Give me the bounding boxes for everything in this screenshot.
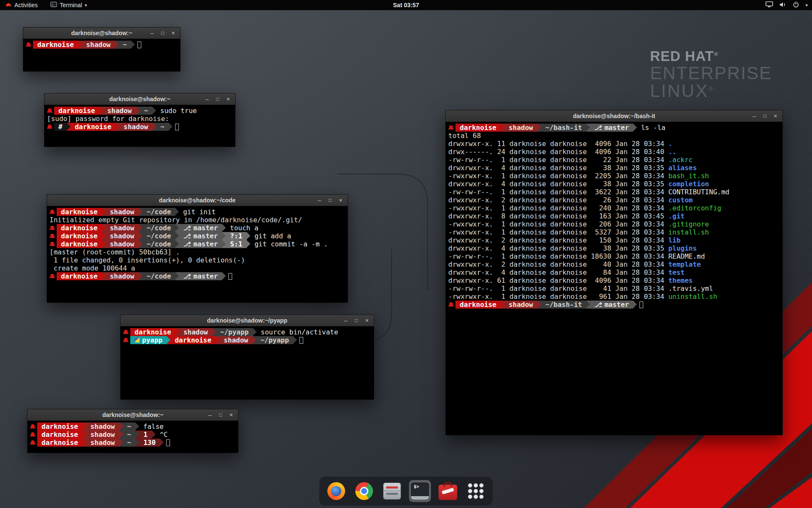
command-text: ls -la	[637, 124, 665, 132]
powerline-arrow-icon	[175, 240, 179, 248]
terminal-content[interactable]: darknoiseshadow~/pyapp source bin/activa…	[121, 326, 374, 400]
display-icon[interactable]	[765, 1, 773, 9]
powerline-arrow-icon	[102, 232, 106, 240]
system-menu-chevron-icon[interactable]: ▾	[805, 3, 808, 8]
minimize-button[interactable]: –	[315, 196, 324, 204]
window-title: darknoise@shadow:~/code	[47, 197, 348, 204]
close-button[interactable]: ×	[363, 317, 371, 325]
file-list-row: drwxrwxr-x. 4 darknoise darknoise 38 Jan…	[448, 164, 780, 172]
terminal-window: darknoise@shadow:~–□×darknoiseshadow~	[23, 27, 181, 71]
window-titlebar[interactable]: darknoise@shadow:~–□×	[27, 409, 238, 421]
maximize-button[interactable]: □	[159, 29, 167, 37]
window-titlebar[interactable]: darknoise@shadow:~/bash-it–□×	[446, 110, 782, 122]
redhat-prompt-icon	[30, 431, 36, 439]
close-button[interactable]: ×	[227, 411, 235, 419]
close-button[interactable]: ×	[337, 196, 345, 204]
powerline-arrow-icon	[102, 208, 106, 216]
powerline-arrow-icon	[212, 328, 216, 336]
git-branch-icon: ⎇	[183, 272, 193, 280]
prompt-segment-user: darknoise	[57, 272, 102, 280]
maximize-button[interactable]: □	[326, 196, 334, 204]
firefox-icon	[327, 482, 345, 500]
minimize-button[interactable]: –	[750, 112, 758, 120]
terminal-prompt-line: darknoiseshadow~/code⎇ master?:1 git add…	[49, 232, 345, 240]
prompt-segment-user: darknoise	[37, 422, 82, 431]
dock-item-firefox[interactable]	[325, 480, 347, 502]
window-titlebar[interactable]: darknoise@shadow:~/code–□×	[47, 195, 348, 206]
prompt-segment-user: darknoise	[33, 41, 78, 49]
prompt-segment-host: shadow	[106, 208, 139, 216]
window-buttons: –□×	[315, 196, 348, 204]
close-button[interactable]: ×	[771, 112, 779, 120]
window-titlebar[interactable]: darknoise@shadow:~–□×	[44, 94, 235, 105]
dock-item-files[interactable]	[381, 480, 403, 502]
window-titlebar[interactable]: darknoise@shadow:~–□×	[23, 28, 180, 39]
powerline-arrow-icon	[169, 123, 173, 131]
terminal-prompt-line: darknoiseshadow~130	[30, 439, 236, 447]
file-name: .editorconfig	[668, 204, 721, 212]
terminal-window: darknoise@shadow:~/code–□×darknoiseshado…	[47, 194, 348, 302]
minimize-button[interactable]: –	[342, 317, 350, 325]
terminal-window: darknoise@shadow:~/bash-it–□×darknoisesh…	[445, 110, 783, 435]
terminal-content[interactable]: darknoiseshadow~/bash-it⎇ master ls -lat…	[446, 122, 782, 435]
app-menu-terminal[interactable]: >_ Terminal ▾	[49, 0, 88, 10]
terminal-prompt-line: darknoiseshadow~/code⎇ masterS:1 git com…	[49, 240, 345, 248]
file-name: CONTRIBUTING.md	[668, 188, 730, 196]
terminal-prompt-line: darknoiseshadow~/bash-it⎇ master ls -la	[448, 124, 780, 132]
prompt-segment-user: darknoise	[170, 336, 216, 344]
git-branch-icon: ⎇	[594, 301, 604, 309]
dock-item-terminal[interactable]	[409, 480, 431, 502]
activities-label: Activities	[14, 2, 38, 8]
app-menu-label: Terminal	[60, 2, 82, 8]
close-button[interactable]: ×	[169, 29, 177, 37]
prompt-segment-git: ⎇ master	[179, 224, 222, 232]
terminal-output-line: [master (root-commit) 50bcb63] .	[49, 248, 345, 256]
power-icon[interactable]	[793, 1, 799, 9]
terminal-window: darknoise@shadow:~/pyapp–□×darknoiseshad…	[120, 315, 374, 399]
file-list-row: -rwxrwxr-x. 1 darknoise darknoise 961 Ja…	[448, 293, 780, 301]
terminal-prompt-line: darknoiseshadow~/code⎇ master	[49, 272, 345, 280]
terminal-content[interactable]: darknoiseshadow~ sudo true[sudo] passwor…	[44, 105, 235, 147]
dock-item-toolbox[interactable]	[437, 480, 459, 502]
clock[interactable]: Sat 03:57	[393, 2, 419, 8]
prompt-segment-user: darknoise	[71, 123, 116, 131]
terminal-output-line: 1 file changed, 0 insertions(+), 0 delet…	[49, 256, 345, 264]
maximize-button[interactable]: □	[352, 317, 360, 325]
powerline-arrow-icon	[253, 328, 257, 336]
maximize-button[interactable]: □	[214, 95, 222, 103]
minimize-button[interactable]: –	[203, 95, 211, 103]
prompt-segment-host: shadow	[106, 232, 139, 240]
terminal-prompt-line: #darknoiseshadow~	[47, 123, 233, 131]
command-text: false	[139, 422, 164, 431]
terminal-content[interactable]: darknoiseshadow~ falsedarknoiseshadow~1 …	[27, 421, 238, 453]
terminal-content[interactable]: darknoiseshadow~/code git initInitialize…	[47, 206, 348, 303]
desktop: RED HAT® ENTERPRISE LINUX® Activities >_…	[0, 0, 812, 508]
maximize-button[interactable]: □	[761, 112, 769, 120]
terminal-window: darknoise@shadow:~–□×darknoiseshadow~ su…	[44, 93, 236, 146]
command-text: source bin/activate	[257, 328, 338, 336]
git-branch-icon: ⎇	[183, 224, 193, 232]
terminal-output-line: create mode 100644 a	[49, 264, 345, 272]
volume-icon[interactable]	[779, 2, 787, 9]
activities-button[interactable]: Activities	[3, 0, 39, 10]
file-list-row: drwxrwxr-x. 2 darknoise darknoise 26 Jan…	[448, 196, 780, 204]
prompt-segment-user: darknoise	[455, 124, 501, 132]
prompt-segment-path: ~/code	[143, 232, 176, 240]
close-button[interactable]: ×	[224, 95, 232, 103]
redhat-prompt-icon	[123, 328, 129, 336]
powerline-arrow-icon	[99, 107, 103, 115]
redhat-prompt-icon	[49, 272, 55, 280]
terminal-prompt-line: darknoiseshadow~/pyapp source bin/activa…	[123, 328, 371, 336]
prompt-segment-host: shadow	[86, 422, 119, 431]
minimize-button[interactable]: –	[148, 29, 156, 37]
file-list-row: drwxrwxr-x. 4 darknoise darknoise 38 Jan…	[448, 244, 780, 252]
terminal-content[interactable]: darknoiseshadow~	[23, 39, 180, 72]
dock-item-chrome[interactable]	[353, 480, 375, 502]
redhat-prompt-icon	[47, 123, 52, 131]
redhat-prompt-icon	[49, 208, 55, 216]
minimize-button[interactable]: –	[206, 411, 214, 419]
window-titlebar[interactable]: darknoise@shadow:~/pyapp–□×	[121, 315, 374, 326]
prompt-segment-user: darknoise	[57, 224, 102, 232]
maximize-button[interactable]: □	[217, 411, 225, 419]
dock-item-app-grid[interactable]	[465, 480, 487, 502]
